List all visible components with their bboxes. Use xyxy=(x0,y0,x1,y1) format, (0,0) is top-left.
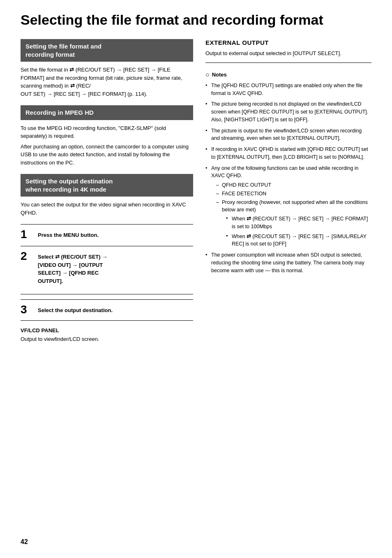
note-item-1: The [QFHD REC OUTPUT] settings are enabl… xyxy=(205,82,371,97)
section1-header: Setting the file format andrecording for… xyxy=(21,39,193,62)
section3-body: You can select the output for the video … xyxy=(21,201,193,217)
section1-body: Set the file format in ⇄ (REC/OUT SET) →… xyxy=(21,66,193,98)
step3-block: 3 Select the output destination. xyxy=(21,299,193,315)
ext-output-body: Output to external output selected in [O… xyxy=(205,49,371,58)
right-column: EXTERNAL OUTPUT Output to external outpu… xyxy=(205,39,371,343)
step2-number: 2 xyxy=(21,250,35,262)
notes-title: ○ Notes xyxy=(205,71,371,79)
rec-icon-5: ⇄ xyxy=(247,232,251,241)
step1-text: Press the MENU button. xyxy=(38,229,99,239)
note-item-3: The picture is output to the viewfinder/… xyxy=(205,127,371,143)
right-divider xyxy=(205,63,371,63)
sub-sub-list: When ⇄ (REC/OUT SET) → [REC SET] → [REC … xyxy=(222,215,371,248)
page-container: Selecting the file format and recording … xyxy=(0,0,392,558)
note-item-4: If recording in XAVC QFHD is started wit… xyxy=(205,146,371,161)
section3-header: Setting the output destinationwhen recor… xyxy=(21,174,193,197)
sub-item-2: FACE DETECTION xyxy=(216,190,371,198)
two-column-layout: Setting the file format andrecording for… xyxy=(21,39,371,343)
sub-item-1: QFHD REC OUTPUT xyxy=(216,181,371,189)
step1-block: 1 Press the MENU button. xyxy=(21,224,193,244)
main-title: Selecting the file format and recording … xyxy=(21,12,371,28)
step3-number: 3 xyxy=(21,304,35,315)
divider-after-step3 xyxy=(21,320,193,321)
rec-icon-2: ⇄ xyxy=(70,82,75,90)
rec-icon-3: ⇄ xyxy=(55,253,60,261)
notes-icon: ○ xyxy=(205,71,210,79)
step2-text: Select ⇄ (REC/OUT SET) →[VIDEO OUT] → [O… xyxy=(38,250,107,285)
sub-item-3: Proxy recording (however, not supported … xyxy=(216,199,371,248)
vf-lcd-title: VF/LCD PANEL xyxy=(21,327,193,333)
note-item-6: The power consumption will increase when… xyxy=(205,251,371,274)
divider-step3 xyxy=(21,294,193,294)
sub-list: QFHD REC OUTPUT FACE DETECTION Proxy rec… xyxy=(211,181,371,248)
rec-icon-4: ⇄ xyxy=(247,215,251,223)
note-item-5: Any one of the following functions can b… xyxy=(205,164,371,248)
section2-body: To use the MPEG HD recording function, "… xyxy=(21,124,193,167)
page-number: 42 xyxy=(21,538,28,546)
step1-number: 1 xyxy=(21,229,35,240)
section2-header: Recording in MPEG HD xyxy=(21,105,193,120)
left-column: Setting the file format andrecording for… xyxy=(21,39,193,343)
notes-label: Notes xyxy=(212,72,227,78)
rec-icon-1: ⇄ xyxy=(69,66,74,74)
vf-lcd-body: Output to viewfinder/LCD screen. xyxy=(21,335,193,343)
step2-block: 2 Select ⇄ (REC/OUT SET) →[VIDEO OUT] → … xyxy=(21,246,193,289)
note-item-2: The picture being recorded is not displa… xyxy=(205,100,371,123)
notes-list: The [QFHD REC OUTPUT] settings are enabl… xyxy=(205,82,371,275)
notes-section: ○ Notes The [QFHD REC OUTPUT] settings a… xyxy=(205,71,371,275)
sub-sub-item-1: When ⇄ (REC/OUT SET) → [REC SET] → [REC … xyxy=(226,215,371,231)
ext-output-title: EXTERNAL OUTPUT xyxy=(205,39,371,46)
sub-sub-item-2: When ⇄ (REC/OUT SET) → [REC SET] → [SIMU… xyxy=(226,232,371,248)
step3-text: Select the output destination. xyxy=(38,304,113,315)
